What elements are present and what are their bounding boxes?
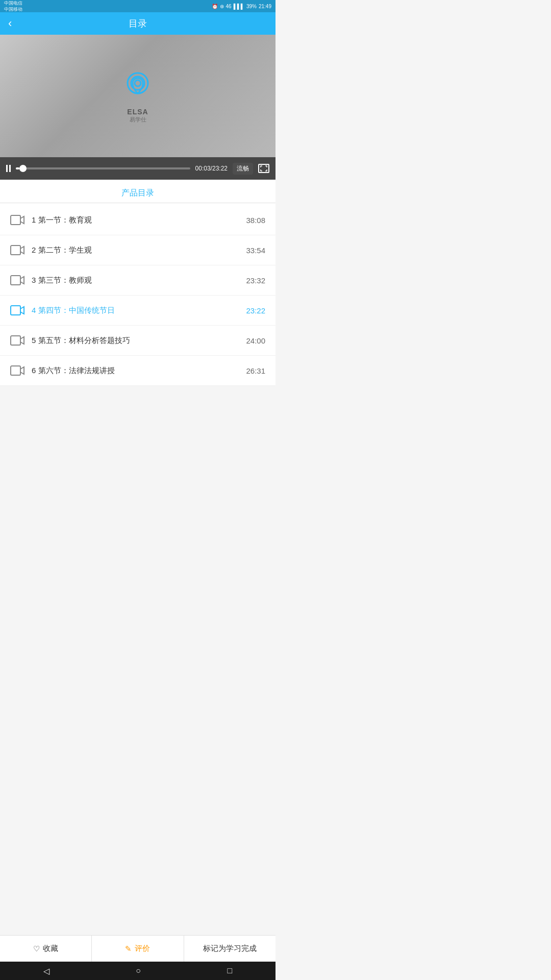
time-display: 00:03/23:22 bbox=[195, 165, 228, 172]
course-list: 1 第一节：教育观 38:08 2 第二节：学生观 33:54 3 第三节：教师… bbox=[0, 205, 276, 386]
player-controls: 00:03/23:22 流畅 bbox=[0, 157, 276, 180]
course-item[interactable]: 6 第六节：法律法规讲授 26:31 bbox=[0, 356, 276, 386]
carrier-info: 中国电信 中国移动 bbox=[4, 0, 22, 12]
svg-rect-3 bbox=[11, 215, 20, 225]
progress-bar[interactable] bbox=[16, 167, 190, 169]
video-icon bbox=[10, 244, 24, 256]
wifi-icon: ⊛ bbox=[220, 4, 224, 9]
svg-rect-8 bbox=[11, 366, 20, 375]
header: ‹ 目录 bbox=[0, 12, 276, 35]
video-icon bbox=[10, 335, 24, 346]
course-title: 2 第二节：学生观 bbox=[32, 246, 246, 255]
video-icon bbox=[10, 214, 24, 226]
status-bar: 中国电信 中国移动 ⏰ ⊛ 46 ▌▌▌ 39% 21:49 bbox=[0, 0, 276, 12]
page-title: 目录 bbox=[129, 17, 147, 30]
course-duration: 26:31 bbox=[246, 366, 265, 375]
network-label: 46 bbox=[226, 4, 232, 9]
back-button[interactable]: ‹ bbox=[8, 18, 12, 29]
course-item[interactable]: 2 第二节：学生观 33:54 bbox=[0, 235, 276, 265]
time-label: 21:49 bbox=[259, 4, 271, 9]
video-icon bbox=[10, 305, 24, 316]
course-duration: 38:08 bbox=[246, 216, 265, 225]
video-player: ELSA 易学仕 bbox=[0, 35, 276, 157]
logo-sub: 易学仕 bbox=[130, 116, 146, 124]
course-item[interactable]: 5 第五节：材料分析答题技巧 24:00 bbox=[0, 326, 276, 356]
course-title: 5 第五节：材料分析答题技巧 bbox=[32, 336, 246, 346]
svg-rect-6 bbox=[11, 306, 20, 315]
course-duration: 24:00 bbox=[246, 336, 265, 345]
course-item[interactable]: 1 第一节：教育观 38:08 bbox=[0, 205, 276, 235]
pause-bar-left bbox=[6, 165, 8, 172]
logo-text: ELSA bbox=[127, 108, 148, 116]
course-duration: 33:54 bbox=[246, 246, 265, 255]
progress-thumb[interactable] bbox=[19, 165, 27, 172]
course-title: 3 第三节：教师观 bbox=[32, 276, 246, 285]
progress-fill bbox=[16, 167, 19, 169]
quality-button[interactable]: 流畅 bbox=[233, 163, 253, 175]
section-title: 产品目录 bbox=[0, 180, 276, 203]
course-title: 4 第四节：中国传统节日 bbox=[32, 306, 246, 315]
course-title: 1 第一节：教育观 bbox=[32, 215, 246, 225]
video-icon bbox=[10, 275, 24, 286]
fullscreen-icon bbox=[260, 165, 267, 172]
section-divider bbox=[0, 203, 276, 203]
svg-point-2 bbox=[135, 80, 141, 86]
status-right: ⏰ ⊛ 46 ▌▌▌ 39% 21:49 bbox=[212, 4, 271, 9]
course-item[interactable]: 3 第三节：教师观 23:32 bbox=[0, 265, 276, 296]
content-area: 产品目录 1 第一节：教育观 38:08 2 第二节：学生观 33:54 3 第… bbox=[0, 180, 276, 386]
pause-button[interactable] bbox=[6, 165, 11, 172]
svg-rect-4 bbox=[11, 246, 20, 255]
video-icon bbox=[10, 365, 24, 376]
clock-icon: ⏰ bbox=[212, 4, 218, 9]
battery-label: 39% bbox=[246, 4, 257, 9]
svg-rect-7 bbox=[11, 336, 20, 345]
course-duration: 23:32 bbox=[246, 276, 265, 285]
bottom-spacer bbox=[0, 386, 276, 432]
elsa-logo-icon bbox=[121, 69, 154, 106]
video-logo: ELSA 易学仕 bbox=[121, 69, 154, 124]
fullscreen-button[interactable] bbox=[258, 164, 269, 173]
svg-rect-5 bbox=[11, 276, 20, 285]
course-title: 6 第六节：法律法规讲授 bbox=[32, 366, 246, 376]
course-item[interactable]: 4 第四节：中国传统节日 23:22 bbox=[0, 296, 276, 326]
pause-bar-right bbox=[9, 165, 11, 172]
course-duration: 23:22 bbox=[246, 306, 265, 315]
signal-icon: ▌▌▌ bbox=[234, 4, 244, 9]
